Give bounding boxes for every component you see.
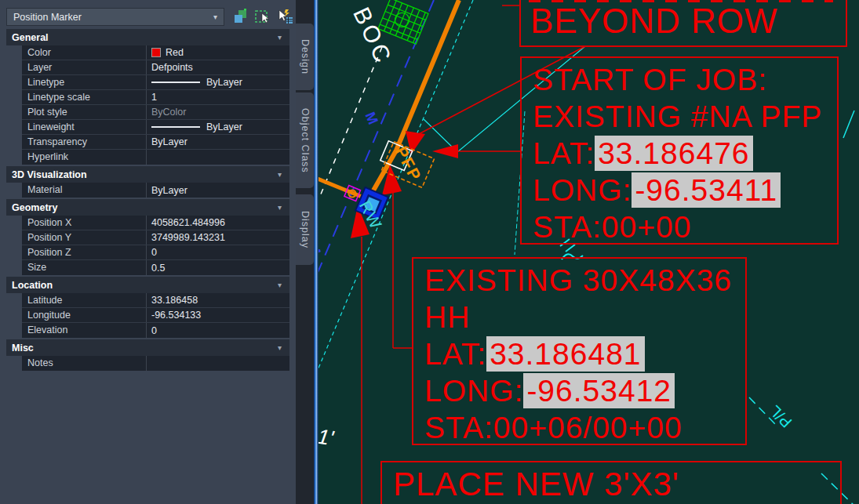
property-row-linetype-scale: Linetype scale 1 <box>22 90 289 105</box>
annotation-box-existing-hh[interactable]: EXISTING 30X48X36 HH LAT:33.186481 LONG:… <box>412 257 747 445</box>
section-rows-general: Color Red Layer Defpoints Linetype ByLay… <box>22 45 289 165</box>
property-label: Lineweight <box>22 120 146 134</box>
tab-display[interactable]: Display <box>296 194 314 265</box>
property-value[interactable]: ByLayer <box>146 183 289 198</box>
section-rows-location: Latitude 33.186458 Longitude -96.534133 … <box>22 293 289 338</box>
property-label: Linetype <box>22 75 146 89</box>
property-label: Hyperlink <box>22 150 146 165</box>
property-row-layer: Layer Defpoints <box>22 60 289 75</box>
annotation-line: STA:00+06/00+00 <box>424 409 732 446</box>
property-value[interactable]: -96.534133 <box>146 308 289 322</box>
property-label: Notes <box>22 356 146 371</box>
property-row-notes: Notes <box>22 356 289 371</box>
annotation-text-block: EXISTING 30X48X36 HH LAT:33.186481 LONG:… <box>424 262 732 446</box>
section-title: 3D Visualization <box>12 169 278 180</box>
selected-object-type: Position Marker <box>13 12 213 23</box>
property-value[interactable]: 0 <box>146 245 289 259</box>
property-row-latitude: Latitude 33.186458 <box>22 293 289 308</box>
annotation-line: HH <box>424 299 732 335</box>
section-title: Geometry <box>12 202 278 213</box>
annotation-text-block: START OF JOB: EXISTING #NA PFP LAT:33.18… <box>533 61 822 245</box>
property-value[interactable]: Defpoints <box>146 60 289 74</box>
collapse-icon: ▾ <box>278 281 282 289</box>
palette-header: Position Marker ▾ <box>0 0 296 29</box>
annotation-box-start-of-job[interactable]: START OF JOB: EXISTING #NA PFP LAT:33.18… <box>520 56 839 245</box>
property-value[interactable]: 1 <box>146 90 289 104</box>
select-objects-icon <box>255 9 271 24</box>
object-type-dropdown[interactable]: Position Marker ▾ <box>6 8 224 26</box>
annotation-line: EXISTING #NA PFP <box>533 98 822 135</box>
palette-toolbar <box>232 7 293 26</box>
chevron-down-icon: ▾ <box>213 13 217 21</box>
section-header-misc[interactable]: Misc ▾ <box>6 339 289 356</box>
property-value[interactable]: ByLayer <box>146 135 289 149</box>
property-value[interactable]: 4058621.484996 <box>146 216 289 230</box>
property-value[interactable]: ByLayer <box>146 120 289 134</box>
property-label: Elevation <box>22 323 146 338</box>
quick-select-button[interactable] <box>276 7 293 26</box>
canvas-left-edge <box>314 0 318 504</box>
property-row-elevation: Elevation 0 <box>22 323 289 338</box>
property-value[interactable]: ByLayer <box>146 75 289 89</box>
property-row-plot-style: Plot style ByColor <box>22 105 289 120</box>
annotation-line: LAT:33.186481 <box>424 335 732 372</box>
cyan-right-dash <box>843 111 854 138</box>
annotation-box-beyond-row[interactable]: BEYOND ROW <box>519 0 847 47</box>
section-rows-misc: Notes <box>22 356 289 371</box>
tab-design[interactable]: Design <box>296 24 314 90</box>
section-title: Misc <box>12 343 278 354</box>
annotation-line: LONG:-96.53411 <box>533 172 822 208</box>
section-header-location[interactable]: Location ▾ <box>6 277 289 293</box>
section-title: General <box>12 32 278 43</box>
collapse-icon: ▾ <box>278 203 282 212</box>
collapse-icon: ▾ <box>278 33 282 42</box>
property-label: Size <box>22 260 146 275</box>
section-title: Location <box>12 280 278 291</box>
long-field-value: -96.53412 <box>523 373 675 408</box>
annotation-line: EXISTING 30X48X36 <box>424 262 732 299</box>
property-row-position-z: Position Z 0 <box>22 245 289 260</box>
property-row-size: Size 0.5 <box>22 260 289 275</box>
tab-object-class[interactable]: Object Class <box>296 92 314 188</box>
property-value[interactable]: 3749989.143231 <box>146 230 289 245</box>
property-value[interactable]: Red <box>146 45 289 60</box>
property-row-color: Color Red <box>22 45 289 60</box>
property-label: Linetype scale <box>22 90 146 104</box>
section-rows-3d: Material ByLayer <box>22 183 289 198</box>
color-swatch <box>151 48 161 57</box>
annotation-box-place-new[interactable]: PLACE NEW 3'X3' <box>380 461 842 504</box>
annotation-text: PLACE NEW 3'X3' <box>393 466 679 503</box>
red-arrow-left <box>432 144 458 158</box>
property-label: Position Z <box>22 245 146 259</box>
select-objects-button[interactable] <box>254 7 271 26</box>
property-value[interactable]: 0 <box>146 323 289 338</box>
property-value[interactable]: ByColor <box>146 105 289 119</box>
pickadd-toggle-button[interactable] <box>232 7 249 26</box>
property-value[interactable]: 33.186458 <box>146 293 289 307</box>
palette-tab-strip: Design Object Class Display <box>296 0 314 504</box>
properties-palette: Position Marker ▾ <box>0 0 314 504</box>
property-label: Plot style <box>22 105 146 119</box>
property-label: Position Y <box>22 230 146 245</box>
property-value[interactable]: 0.5 <box>146 260 289 275</box>
property-grid: General ▾ Color Red Layer Defpoints Line… <box>6 29 289 371</box>
section-header-3d-visualization[interactable]: 3D Visualization ▾ <box>6 166 289 183</box>
property-value[interactable] <box>146 150 289 165</box>
property-label: Transparency <box>22 135 146 149</box>
annotation-line: START OF JOB: <box>533 61 822 98</box>
section-header-general[interactable]: General ▾ <box>6 29 289 45</box>
annotation-line: LONG:-96.53412 <box>424 372 732 409</box>
property-value[interactable] <box>146 356 289 371</box>
property-row-longitude: Longitude -96.534133 <box>22 308 289 323</box>
pickadd-toggle-icon <box>233 9 249 24</box>
annotation-text: BEYOND ROW <box>530 2 778 41</box>
lat-field-value: 33.186481 <box>486 336 644 372</box>
annotation-line: LAT:33.186476 <box>533 135 822 172</box>
autocad-window: Position Marker ▾ <box>0 0 859 504</box>
property-row-position-x: Position X 4058621.484996 <box>22 216 289 230</box>
section-rows-geometry: Position X 4058621.484996 Position Y 374… <box>22 216 289 275</box>
section-header-geometry[interactable]: Geometry ▾ <box>6 199 289 216</box>
property-row-transparency: Transparency ByLayer <box>22 135 289 150</box>
lat-field-value: 33.186476 <box>595 136 752 171</box>
drawing-canvas[interactable]: BEYOND ROW START OF JOB: EXISTING #NA PF… <box>314 0 859 504</box>
